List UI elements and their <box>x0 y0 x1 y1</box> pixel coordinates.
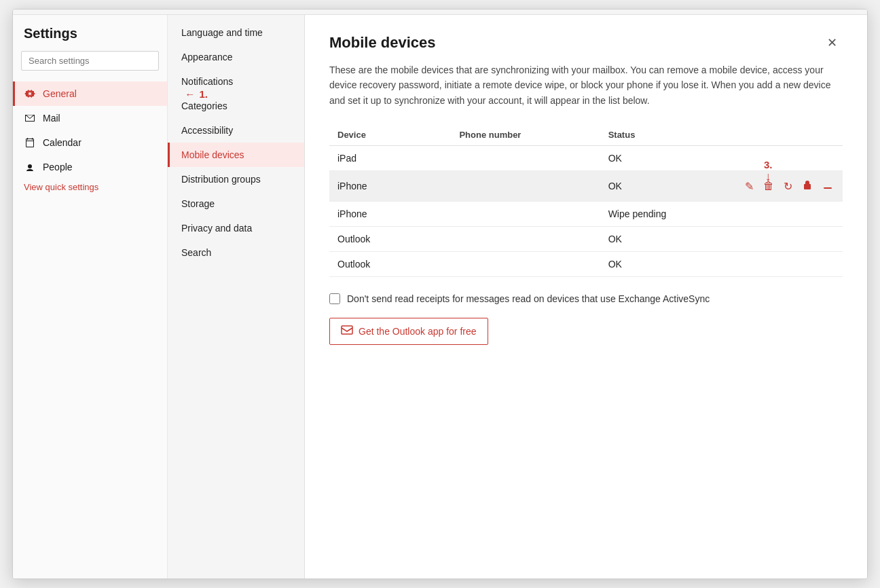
svg-rect-0 <box>804 184 811 189</box>
no-read-receipts-checkbox[interactable] <box>329 293 340 304</box>
block-icon[interactable] <box>801 178 814 194</box>
delete-icon[interactable]: 🗑 <box>762 179 775 194</box>
nav-label-calendar: Calendar <box>43 137 81 148</box>
status: OK <box>600 171 735 202</box>
phone-number <box>451 227 600 252</box>
nav-section: General ← 1. Mail <box>13 81 167 179</box>
settings-title: Settings <box>13 26 167 51</box>
settings-body: Settings General ← 1. <box>13 15 867 578</box>
svg-rect-1 <box>824 187 832 189</box>
middle-nav-categories[interactable]: Categories <box>168 94 304 118</box>
description-text: These are the mobile devices that are sy… <box>329 62 843 108</box>
middle-nav-accessibility[interactable]: Accessibility <box>168 118 304 143</box>
table-row: iPad OK <box>329 146 843 171</box>
nav-item-mail[interactable]: Mail <box>13 106 167 130</box>
close-button[interactable]: ✕ <box>822 34 843 52</box>
calendar-icon <box>24 136 36 149</box>
search-box-wrapper <box>13 51 167 81</box>
nav-label-mail: Mail <box>43 113 60 124</box>
middle-nav-search[interactable]: Search <box>168 240 304 265</box>
middle-nav-language[interactable]: Language and time <box>168 20 304 45</box>
svg-rect-2 <box>342 326 352 334</box>
status: OK <box>600 252 735 277</box>
nav-label-people: People <box>43 162 73 172</box>
row-actions <box>735 146 843 171</box>
titlebar <box>13 10 867 15</box>
row-actions <box>735 252 843 277</box>
left-nav: Settings General ← 1. <box>13 15 168 578</box>
col-phone: Phone number <box>451 124 600 146</box>
phone-number <box>451 252 600 277</box>
middle-nav-distribution-groups[interactable]: Distribution groups <box>168 167 304 191</box>
row-actions <box>735 227 843 252</box>
gear-icon <box>24 88 36 100</box>
device-name: iPhone <box>329 202 451 227</box>
page-title: Mobile devices <box>329 34 436 52</box>
nav-item-calendar[interactable]: Calendar <box>13 130 167 155</box>
table-row: Outlook OK <box>329 227 843 252</box>
phone-number <box>451 202 600 227</box>
nav-item-people[interactable]: People <box>13 155 167 179</box>
main-header: Mobile devices ✕ <box>329 34 843 52</box>
col-actions <box>735 124 843 146</box>
middle-nav-mobile-devices[interactable]: Mobile devices ← 2. <box>168 143 304 167</box>
search-input[interactable] <box>21 51 159 71</box>
device-name: iPad <box>329 146 451 171</box>
middle-nav: Language and time Appearance Notificatio… <box>168 15 305 578</box>
col-device: Device <box>329 124 451 146</box>
table-row: Outlook OK <box>329 252 843 277</box>
table-row: iPhone Wipe pending <box>329 202 843 227</box>
status: Wipe pending <box>600 202 735 227</box>
phone-number <box>451 171 600 202</box>
mail-icon <box>24 112 36 124</box>
device-name: Outlook <box>329 252 451 277</box>
get-outlook-button[interactable]: Get the Outlook app for free <box>329 318 488 345</box>
device-name: Outlook <box>329 227 451 252</box>
phone-number <box>451 146 600 171</box>
middle-nav-storage[interactable]: Storage <box>168 191 304 216</box>
row-actions: 3. ↓ ✎ 🗑 ↻ <box>735 171 843 202</box>
table-row: iPhone OK 3. ↓ ✎ 🗑 <box>329 171 843 202</box>
middle-nav-privacy-data[interactable]: Privacy and data <box>168 216 304 240</box>
col-status: Status <box>600 124 735 146</box>
refresh-icon[interactable]: ↻ <box>782 179 794 194</box>
nav-item-general[interactable]: General ← 1. <box>13 81 167 106</box>
download-icon[interactable] <box>821 178 835 194</box>
status: OK <box>600 227 735 252</box>
devices-table: Device Phone number Status iPad OK <box>329 124 843 277</box>
no-read-receipts-label[interactable]: Don't send read receipts for messages re… <box>347 293 710 304</box>
row-actions <box>735 202 843 227</box>
middle-nav-appearance[interactable]: Appearance <box>168 45 304 69</box>
nav-label-general: General <box>43 88 77 99</box>
checkbox-row: Don't send read receipts for messages re… <box>329 293 843 304</box>
action-icons: 3. ↓ ✎ 🗑 ↻ <box>744 178 835 194</box>
main-content: Mobile devices ✕ These are the mobile de… <box>305 15 867 578</box>
view-quick-settings-link[interactable]: View quick settings <box>13 179 167 198</box>
settings-window: Settings General ← 1. <box>12 9 868 579</box>
edit-icon[interactable]: ✎ <box>744 179 755 194</box>
status: OK <box>600 146 735 171</box>
outlook-icon <box>341 324 353 339</box>
people-icon <box>24 161 36 173</box>
get-outlook-label: Get the Outlook app for free <box>359 326 477 337</box>
middle-nav-notifications[interactable]: Notifications <box>168 69 304 94</box>
device-name: iPhone <box>329 171 451 202</box>
